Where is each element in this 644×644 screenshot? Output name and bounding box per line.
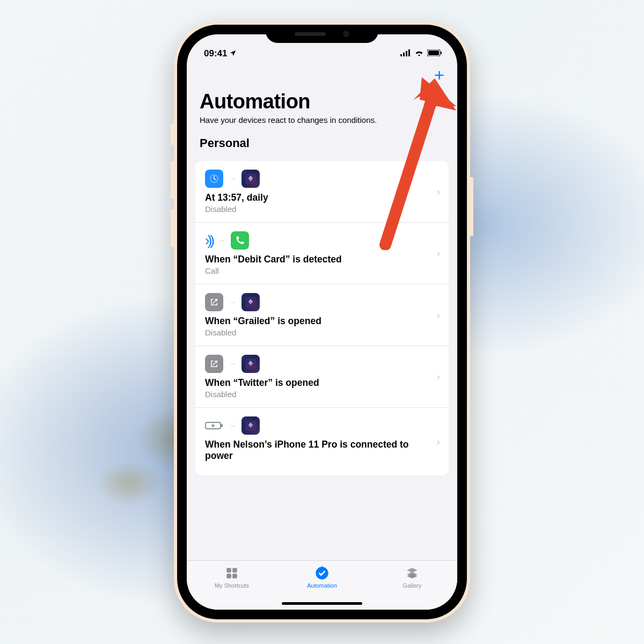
home-indicator[interactable] bbox=[282, 602, 362, 605]
earpiece bbox=[295, 32, 326, 36]
add-automation-button[interactable]: + bbox=[434, 67, 444, 84]
automation-row[interactable]: ›)) → When “Debit Card” is detected Call… bbox=[195, 223, 449, 284]
chevron-right-icon: › bbox=[437, 248, 440, 259]
svg-rect-21 bbox=[321, 566, 323, 568]
shortcuts-app-icon bbox=[241, 170, 260, 188]
svg-rect-2 bbox=[406, 51, 407, 56]
svg-rect-16 bbox=[226, 568, 231, 573]
nfc-icon: ›)) bbox=[205, 232, 213, 249]
gallery-icon bbox=[404, 566, 420, 580]
svg-rect-14 bbox=[221, 424, 223, 427]
arrow-right-icon: → bbox=[218, 236, 225, 245]
automation-title: When “Twitter” is opened bbox=[205, 377, 440, 389]
svg-rect-1 bbox=[403, 53, 405, 56]
svg-rect-0 bbox=[400, 54, 402, 56]
tab-bar: My Shortcuts Automation Gallery bbox=[187, 560, 457, 610]
arrow-right-icon: → bbox=[229, 174, 236, 183]
automation-title: When “Debit Card” is detected bbox=[205, 254, 440, 265]
arrow-right-icon: → bbox=[229, 360, 236, 368]
svg-rect-6 bbox=[441, 52, 442, 54]
arrow-right-icon: → bbox=[229, 421, 236, 430]
automation-row[interactable]: → When “Twitter” is opened Disabled › bbox=[195, 346, 449, 408]
screen: 09:41 bbox=[187, 34, 457, 610]
grid-icon bbox=[224, 566, 240, 580]
page-header: Automation Have your devices react to ch… bbox=[187, 89, 457, 156]
shortcuts-app-icon bbox=[241, 416, 260, 435]
page-subtitle: Have your devices react to changes in co… bbox=[200, 115, 444, 125]
automation-row[interactable]: → At 13:57, daily Disabled › bbox=[195, 161, 449, 223]
automation-title: When “Grailed” is opened bbox=[205, 316, 440, 327]
phone-frame: 09:41 bbox=[174, 21, 470, 623]
automation-subtitle: Disabled bbox=[205, 390, 440, 399]
wifi-icon bbox=[414, 48, 424, 59]
front-camera bbox=[343, 31, 349, 37]
volume-down-button[interactable] bbox=[171, 209, 174, 247]
automation-subtitle: Disabled bbox=[205, 204, 440, 214]
location-services-icon bbox=[229, 49, 237, 58]
notch bbox=[266, 25, 378, 43]
page-title: Automation bbox=[200, 90, 444, 113]
chevron-right-icon: › bbox=[437, 436, 440, 448]
arrow-right-icon: → bbox=[229, 298, 236, 306]
nav-bar: + bbox=[187, 61, 457, 89]
tab-gallery[interactable]: Gallery bbox=[367, 561, 457, 610]
clock-icon bbox=[205, 170, 223, 188]
automation-row[interactable]: → When Nelson’s iPhone 11 Pro is connect… bbox=[195, 408, 449, 475]
chevron-right-icon: › bbox=[437, 310, 440, 321]
svg-rect-3 bbox=[408, 49, 410, 56]
automation-subtitle: Call bbox=[205, 266, 440, 275]
cellular-signal-icon bbox=[400, 48, 411, 59]
automation-icon bbox=[314, 566, 330, 580]
svg-rect-18 bbox=[226, 574, 231, 579]
phone-app-icon bbox=[231, 231, 249, 250]
svg-rect-5 bbox=[428, 50, 439, 55]
automation-title: When Nelson’s iPhone 11 Pro is connected… bbox=[205, 439, 440, 462]
tab-label: My Shortcuts bbox=[215, 582, 249, 589]
phone-bezel: 09:41 bbox=[177, 25, 467, 619]
automation-list: → At 13:57, daily Disabled › ›)) → bbox=[195, 161, 449, 475]
svg-rect-17 bbox=[232, 568, 237, 573]
power-button[interactable] bbox=[470, 177, 473, 236]
automation-subtitle: Disabled bbox=[205, 328, 440, 337]
automation-row[interactable]: → When “Grailed” is opened Disabled › bbox=[195, 284, 449, 346]
chevron-right-icon: › bbox=[437, 186, 440, 197]
volume-up-button[interactable] bbox=[171, 161, 174, 199]
section-header-personal: Personal bbox=[200, 136, 444, 150]
tab-my-shortcuts[interactable]: My Shortcuts bbox=[187, 561, 277, 610]
open-app-icon bbox=[205, 355, 223, 373]
shortcuts-app-icon bbox=[241, 355, 260, 373]
tab-label: Automation bbox=[307, 582, 337, 589]
status-time: 09:41 bbox=[204, 48, 227, 59]
shortcuts-app-icon bbox=[241, 293, 260, 311]
charging-battery-icon bbox=[205, 421, 223, 430]
mute-switch[interactable] bbox=[171, 123, 174, 145]
automation-title: At 13:57, daily bbox=[205, 192, 440, 203]
svg-rect-19 bbox=[232, 574, 237, 579]
battery-icon bbox=[427, 48, 442, 59]
tab-label: Gallery bbox=[403, 582, 422, 589]
open-app-icon bbox=[205, 293, 223, 311]
chevron-right-icon: › bbox=[437, 371, 440, 383]
